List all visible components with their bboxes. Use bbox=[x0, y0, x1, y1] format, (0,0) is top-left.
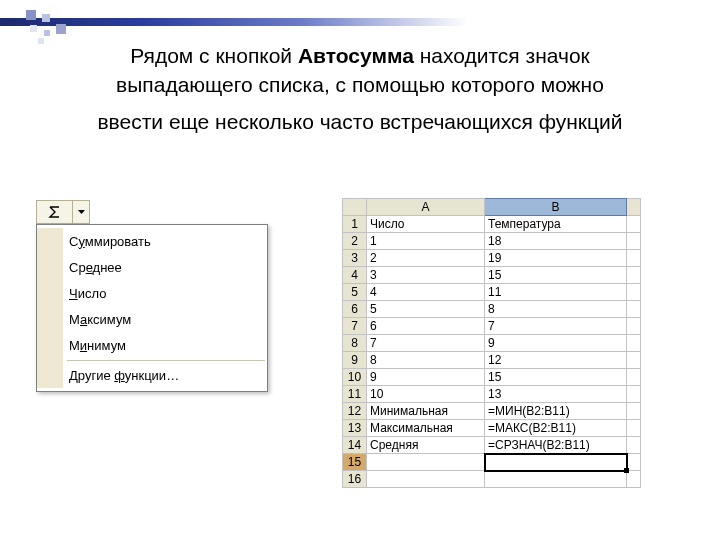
cell[interactable]: Средняя bbox=[367, 437, 485, 454]
cell[interactable]: 4 bbox=[367, 284, 485, 301]
spreadsheet[interactable]: A B 1ЧислоТемпература2118321943155411658… bbox=[342, 198, 641, 488]
row-header[interactable]: 16 bbox=[343, 471, 367, 488]
column-header-a[interactable]: A bbox=[367, 199, 485, 216]
cell[interactable] bbox=[367, 454, 485, 471]
row-header[interactable]: 6 bbox=[343, 301, 367, 318]
cell[interactable]: =СРЗНАЧ(B2:B11) bbox=[485, 437, 627, 454]
row-header[interactable]: 12 bbox=[343, 403, 367, 420]
cell[interactable]: 7 bbox=[485, 318, 627, 335]
cell-stub[interactable] bbox=[627, 352, 641, 369]
text-segment: выпадающего списка, с помощью которого м… bbox=[116, 73, 604, 96]
cell[interactable]: Минимальная bbox=[367, 403, 485, 420]
cell[interactable]: 9 bbox=[485, 335, 627, 352]
cell[interactable] bbox=[367, 471, 485, 488]
cell[interactable]: 6 bbox=[367, 318, 485, 335]
cell-stub[interactable] bbox=[627, 369, 641, 386]
cell-stub[interactable] bbox=[627, 318, 641, 335]
cell-stub[interactable] bbox=[627, 437, 641, 454]
row-header[interactable]: 7 bbox=[343, 318, 367, 335]
menu-gutter bbox=[37, 332, 63, 358]
cell[interactable]: 2 bbox=[367, 250, 485, 267]
table-row: 15 bbox=[343, 454, 641, 471]
menu-item-label: Суммировать bbox=[63, 234, 267, 249]
row-header[interactable]: 13 bbox=[343, 420, 367, 437]
row-header[interactable]: 3 bbox=[343, 250, 367, 267]
cell[interactable]: 5 bbox=[367, 301, 485, 318]
column-header-b[interactable]: B bbox=[485, 199, 627, 216]
sigma-icon bbox=[37, 201, 72, 223]
chevron-down-icon[interactable] bbox=[72, 201, 89, 223]
menu-item[interactable]: Число bbox=[37, 280, 267, 306]
table-row: 879 bbox=[343, 335, 641, 352]
cell[interactable]: Максимальная bbox=[367, 420, 485, 437]
decorative-top-bar bbox=[0, 18, 720, 26]
cell-stub[interactable] bbox=[627, 267, 641, 284]
slide-body-text: Рядом с кнопкой Автосумма находится знач… bbox=[60, 42, 660, 137]
cell[interactable]: 12 bbox=[485, 352, 627, 369]
menu-gutter bbox=[37, 306, 63, 332]
menu-item[interactable]: Минимум bbox=[37, 332, 267, 358]
row-header[interactable]: 5 bbox=[343, 284, 367, 301]
menu-item[interactable]: Среднее bbox=[37, 254, 267, 280]
table-row: 16 bbox=[343, 471, 641, 488]
cell[interactable]: 7 bbox=[367, 335, 485, 352]
cell-stub[interactable] bbox=[627, 420, 641, 437]
cell[interactable] bbox=[485, 471, 627, 488]
select-all-corner[interactable] bbox=[343, 199, 367, 216]
cell[interactable]: 3 bbox=[367, 267, 485, 284]
cell-stub[interactable] bbox=[627, 454, 641, 471]
menu-item[interactable]: Суммировать bbox=[37, 228, 267, 254]
table-row: 1ЧислоТемпература bbox=[343, 216, 641, 233]
cell-stub[interactable] bbox=[627, 403, 641, 420]
cell[interactable]: 8 bbox=[485, 301, 627, 318]
menu-gutter bbox=[37, 228, 63, 254]
row-header[interactable]: 10 bbox=[343, 369, 367, 386]
cell[interactable]: Число bbox=[367, 216, 485, 233]
cell[interactable] bbox=[485, 454, 627, 471]
menu-gutter bbox=[37, 362, 63, 388]
row-header[interactable]: 11 bbox=[343, 386, 367, 403]
menu-item-label: Другие функции… bbox=[63, 368, 267, 383]
text-segment: Рядом с кнопкой bbox=[130, 44, 298, 67]
cell-stub[interactable] bbox=[627, 216, 641, 233]
menu-gutter bbox=[37, 280, 63, 306]
column-header-stub[interactable] bbox=[627, 199, 641, 216]
cell-stub[interactable] bbox=[627, 471, 641, 488]
cell-stub[interactable] bbox=[627, 386, 641, 403]
cell[interactable]: 19 bbox=[485, 250, 627, 267]
row-header[interactable]: 8 bbox=[343, 335, 367, 352]
cell[interactable]: =МИН(B2:B11) bbox=[485, 403, 627, 420]
cell-stub[interactable] bbox=[627, 335, 641, 352]
menu-item-more-functions[interactable]: Другие функции… bbox=[37, 362, 267, 388]
table-row: 10915 bbox=[343, 369, 641, 386]
cell[interactable]: 10 bbox=[367, 386, 485, 403]
table-row: 13Максимальная=МАКС(B2:B11) bbox=[343, 420, 641, 437]
row-header[interactable]: 1 bbox=[343, 216, 367, 233]
cell[interactable]: 15 bbox=[485, 369, 627, 386]
cell-stub[interactable] bbox=[627, 284, 641, 301]
table-row: 12Минимальная=МИН(B2:B11) bbox=[343, 403, 641, 420]
cell-stub[interactable] bbox=[627, 233, 641, 250]
cell[interactable]: 9 bbox=[367, 369, 485, 386]
cell[interactable]: 8 bbox=[367, 352, 485, 369]
cell[interactable]: 1 bbox=[367, 233, 485, 250]
menu-item-label: Максимум bbox=[63, 312, 267, 327]
autosum-button[interactable] bbox=[36, 200, 90, 224]
cell[interactable]: 15 bbox=[485, 267, 627, 284]
row-header[interactable]: 15 bbox=[343, 454, 367, 471]
row-header[interactable]: 4 bbox=[343, 267, 367, 284]
table-row: 14Средняя=СРЗНАЧ(B2:B11) bbox=[343, 437, 641, 454]
cell[interactable]: 18 bbox=[485, 233, 627, 250]
cell-stub[interactable] bbox=[627, 301, 641, 318]
row-header[interactable]: 2 bbox=[343, 233, 367, 250]
cell[interactable]: 11 bbox=[485, 284, 627, 301]
table-row: 111013 bbox=[343, 386, 641, 403]
cell-stub[interactable] bbox=[627, 250, 641, 267]
cell[interactable]: 13 bbox=[485, 386, 627, 403]
cell[interactable]: =МАКС(B2:B11) bbox=[485, 420, 627, 437]
cell[interactable]: Температура bbox=[485, 216, 627, 233]
row-header[interactable]: 14 bbox=[343, 437, 367, 454]
autosum-dropdown-menu: СуммироватьСреднееЧислоМаксимумМинимумДр… bbox=[36, 224, 268, 392]
row-header[interactable]: 9 bbox=[343, 352, 367, 369]
menu-item[interactable]: Максимум bbox=[37, 306, 267, 332]
